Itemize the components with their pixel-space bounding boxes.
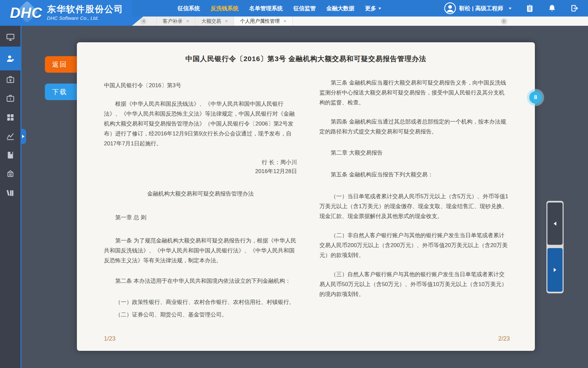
page-navigation-control <box>546 201 564 293</box>
document-viewer-panel: 中国人民银行令〔2016〕第3号 金融机构大额交易和可疑交易报告管理办法 中国人… <box>77 42 535 351</box>
sidebar-item-briefcase-alert[interactable]: ! <box>0 89 20 108</box>
hanging-sign-icon <box>6 169 15 178</box>
next-page-button[interactable] <box>547 248 563 292</box>
article-2-item-2: （二）证券公司、期货公司、基金管理公司。 <box>104 310 297 320</box>
logout-icon[interactable] <box>570 4 579 13</box>
tab-label: 大额交易 <box>201 18 221 24</box>
decree-preamble: 根据《中华人民共和国反洗钱法》、《中华人民共和国中国人民银行法》、《中华人民共和… <box>104 99 297 149</box>
briefcase-yen-icon: ¥ <box>6 75 15 84</box>
avatar <box>444 2 456 14</box>
user-name-role: 靳松 | 高级工程师 <box>459 5 503 12</box>
sidebar-item-analytics[interactable] <box>0 127 20 146</box>
clipboard-icon[interactable] <box>525 4 534 13</box>
sidebar-item-notice-board[interactable] <box>0 165 20 183</box>
company-logo: DHC 东华软件股份公司 DHC Software Co., Ltd. <box>0 0 132 26</box>
chevron-right-icon <box>22 135 26 138</box>
arrow-right-icon <box>554 268 558 272</box>
article-5: 第五条 金融机构应当报告下列大额交易： <box>319 170 510 180</box>
article-2-item-1: （一）政策性银行、商业银行、农村合作银行、农村信用社、村镇银行。 <box>104 297 297 307</box>
page-number-left: 1/23 <box>104 335 297 342</box>
company-name-cn: 东华软件股份公司 <box>47 5 123 15</box>
nav-item-list-management[interactable]: 名单管理系统 <box>249 5 283 12</box>
tab-label: 个人用户属性管理 <box>240 18 279 24</box>
document-page-1: 中国人民银行令〔2016〕第3号 根据《中华人民共和国反洗钱法》、《中华人民共和… <box>104 77 297 342</box>
nav-item-financial-bigdata[interactable]: 金融大数据 <box>326 5 354 12</box>
document-title: 中国人民银行令〔2016〕第3号 金融机构大额交易和可疑交易报告管理办法 <box>77 54 535 63</box>
briefcase-alert-icon: ! <box>6 94 15 103</box>
header-right-cluster: 靳松 | 高级工程师 <box>444 0 579 17</box>
sidebar-expand-handle[interactable] <box>20 129 26 144</box>
tabstrip-empty-area <box>293 17 588 26</box>
page-number-right: 2/23 <box>319 335 510 342</box>
monitor-icon <box>6 33 15 42</box>
article-3: 第三条 金融机构应当履行大额交易和可疑交易报告义务，向中国反洗钱监测分析中心报送… <box>319 78 510 108</box>
person-add-icon <box>6 54 15 63</box>
tabs-scroll-left-button[interactable] <box>140 18 147 24</box>
close-icon[interactable]: × <box>186 18 189 24</box>
sidebar-item-person-add[interactable] <box>0 47 20 70</box>
close-icon[interactable]: × <box>283 18 286 24</box>
download-button[interactable]: 下载 <box>45 84 79 100</box>
app-window: DHC 东华软件股份公司 DHC Software Co., Ltd. 征信系统… <box>0 0 588 368</box>
article-5-item-2: （二）非自然人客户银行账户与其他的银行账户发生当日单笔或者累计交易人民币200万… <box>319 231 510 260</box>
sidebar-item-briefcase-yen[interactable]: ¥ <box>0 70 20 89</box>
sidebar-item-apps-grid[interactable] <box>0 108 20 127</box>
chapter-1-heading: 第一章 总 则 <box>104 213 297 223</box>
article-5-item-1: （一）当日单笔或者累计交易人民币5万元以上（含5万元）、外币等值1万美元以上（含… <box>319 192 510 221</box>
close-icon[interactable]: × <box>225 18 228 24</box>
company-name-en: DHC Software Co., Ltd. <box>47 16 123 21</box>
tab-customer-supplement[interactable]: 客户补录 × <box>156 17 195 26</box>
line-chart-icon <box>6 132 15 141</box>
regulation-title: 金融机构大额交易和可疑交易报告管理办法 <box>104 189 297 199</box>
document-page-2: 第三条 金融机构应当履行大额交易和可疑交易报告义务，向中国反洗钱监测分析中心报送… <box>319 77 510 342</box>
bell-icon[interactable] <box>548 4 556 13</box>
notification-count-badge[interactable]: 8 <box>529 91 542 104</box>
tabs-scroll-right-button[interactable] <box>501 18 507 24</box>
sidebar-item-bookmarked-docs[interactable] <box>0 146 20 165</box>
book-bookmark-icon <box>6 151 15 160</box>
signature-date: 2016年12月28日 <box>104 167 297 176</box>
chevron-left-icon <box>141 19 145 23</box>
sidebar-item-monitor[interactable] <box>0 28 20 47</box>
nav-item-aml-system[interactable]: 反洗钱系统 <box>211 5 239 12</box>
user-avatar-icon <box>444 2 456 14</box>
decree-signature: 行 长：周小川 2016年12月28日 <box>104 158 297 176</box>
svg-text:!: ! <box>10 97 11 101</box>
nav-item-credit-supervision[interactable]: 征信监管 <box>293 5 316 12</box>
signer-name: 行 长：周小川 <box>104 158 297 167</box>
nav-item-credit-system[interactable]: 征信系统 <box>178 5 200 12</box>
tab-large-transactions[interactable]: 大额交易 × <box>195 17 234 26</box>
logo-acronym: DHC <box>10 5 42 21</box>
user-menu[interactable]: 靳松 | 高级工程师 <box>444 2 511 14</box>
article-5-item-3: （三）自然人客户银行账户与其他的银行账户发生当日单笔或者累计交易人民币50万元以… <box>319 270 510 299</box>
decree-number: 中国人民银行令〔2016〕第3号 <box>104 81 297 91</box>
article-4: 第四条 金融机构应当通过其总部或者总部指定的一个机构，按本办法规定的路径和方式提… <box>319 117 510 137</box>
document-pages: 中国人民银行令〔2016〕第3号 根据《中华人民共和国反洗钱法》、《中华人民共和… <box>77 63 535 351</box>
nav-item-more[interactable]: 更多 <box>365 5 381 12</box>
arrow-left-icon <box>552 222 556 226</box>
nav-more-label: 更多 <box>365 5 376 12</box>
chevron-down-icon <box>509 8 511 11</box>
previous-page-button[interactable] <box>547 202 563 245</box>
chevron-right-icon <box>503 19 507 23</box>
article-1: 第一条 为了规范金融机构大额交易和可疑交易报告行为，根据《中华人民共和国反洗钱法… <box>104 236 297 266</box>
open-tabs-bar: 客户补录 × 大额交易 × 个人用户属性管理 × <box>132 17 588 26</box>
svg-text:¥: ¥ <box>9 78 12 83</box>
tab-personal-user-attributes[interactable]: 个人用户属性管理 × <box>234 17 292 26</box>
sidebar-item-library[interactable] <box>0 183 20 202</box>
chapter-2-heading: 第二章 大额交易报告 <box>319 148 510 158</box>
article-2: 第二条 本办法适用于在中华人民共和国境内依法设立的下列金融机构： <box>104 276 297 286</box>
sidebar: ¥ ! <box>0 26 21 368</box>
chevron-down-icon <box>378 8 381 11</box>
main-nav: 征信系统 反洗钱系统 名单管理系统 征信监管 金融大数据 更多 <box>178 0 381 17</box>
books-icon <box>6 188 15 197</box>
back-button[interactable]: 返回 <box>45 56 79 73</box>
tab-label: 客户补录 <box>163 18 182 24</box>
grid-icon <box>6 113 15 122</box>
